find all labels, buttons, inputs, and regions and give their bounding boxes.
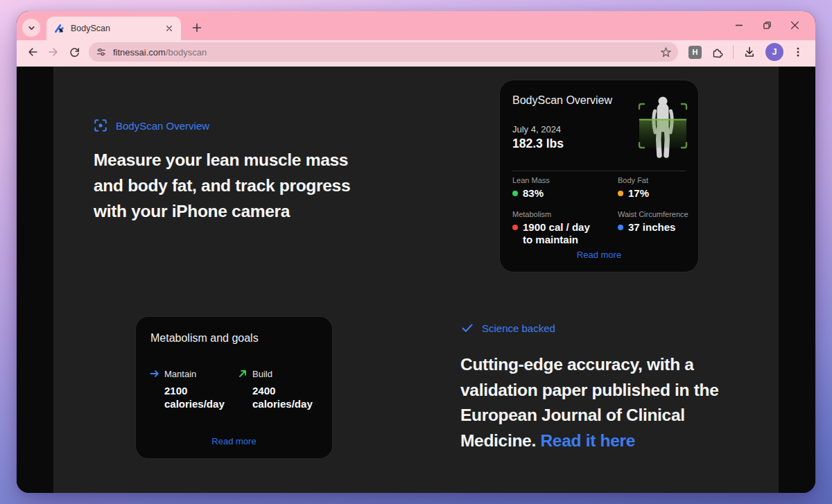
card-divider — [512, 171, 686, 171]
goal-value-unit: calories/day — [164, 397, 237, 410]
bookmark-star-button[interactable] — [660, 46, 672, 58]
puzzle-icon — [711, 46, 723, 58]
browser-toolbar: fitnessai.com/bodyscan H J — [17, 40, 815, 67]
tab-bodyscan[interactable]: BodyScan — [46, 17, 181, 40]
new-tab-button[interactable] — [188, 19, 206, 37]
stat-label: Metabolism — [512, 210, 618, 218]
download-icon — [743, 46, 756, 58]
reload-icon — [69, 46, 80, 58]
forward-button[interactable] — [43, 42, 64, 62]
stat-label: Body Fat — [618, 176, 691, 184]
extension-h-button[interactable]: H — [688, 46, 702, 59]
science-eyebrow-label: Science backed — [482, 322, 555, 334]
goal-head: Build — [237, 368, 313, 379]
scan-target-icon — [93, 118, 108, 133]
red-dot-icon — [512, 225, 518, 230]
tab-close-button[interactable] — [163, 22, 175, 35]
science-line: Cutting-edge accuracy, with a — [460, 352, 719, 378]
minimize-button[interactable] — [729, 16, 749, 34]
goal-build: Build 2400 calories/day — [237, 368, 313, 410]
stat-label: Waist Circumference — [618, 210, 691, 218]
science-line: validation paper published in the — [460, 378, 719, 403]
stat-value: 83% — [523, 187, 544, 199]
goal-value: 2100 calories/day — [164, 384, 237, 410]
back-arrow-icon — [26, 46, 39, 58]
hero-eyebrow-label: BodyScan Overview — [116, 120, 209, 132]
stat-value-row: 1900 cal / day — [512, 221, 618, 233]
goal-maintain: Mantain 2100 calories/day — [149, 368, 237, 410]
metabolism-card-title: Metabolism and goals — [150, 332, 259, 345]
hero-eyebrow: BodyScan Overview — [93, 118, 209, 133]
orange-dot-icon — [618, 191, 623, 196]
arrow-up-right-icon — [237, 368, 248, 379]
window-controls — [729, 16, 804, 34]
science-line: European Journal of Clinical — [460, 403, 719, 428]
site-settings-icon — [96, 46, 107, 58]
blue-dot-icon — [618, 225, 623, 230]
stat-value: 1900 cal / day — [523, 221, 590, 233]
desktop-background: BodyScan — [0, 0, 832, 504]
restore-button[interactable] — [757, 16, 777, 34]
overview-card: BodyScan Overview — [500, 80, 698, 272]
science-paragraph: Cutting-edge accuracy, with a validation… — [460, 352, 719, 453]
stats-grid: Lean Mass 83% Body Fat 17% — [512, 176, 691, 246]
goal-value-unit: calories/day — [252, 397, 313, 410]
goal-label: Mantain — [164, 369, 196, 379]
green-dot-icon — [512, 191, 518, 196]
back-button[interactable] — [22, 42, 43, 62]
stat-lean-mass: Lean Mass 83% — [512, 176, 618, 199]
metabolism-card: Metabolism and goals Mantain 2100 calori… — [136, 317, 332, 458]
stat-value: 37 inches — [628, 221, 675, 233]
body-scan-figure — [635, 94, 691, 161]
hero-heading-line: and body fat, and track progress — [94, 173, 350, 198]
browser-window: BodyScan — [17, 11, 815, 493]
goals-row: Mantain 2100 calories/day Build — [149, 368, 313, 410]
browser-menu-button[interactable] — [788, 42, 808, 62]
stat-metabolism: Metabolism 1900 cal / day to maintain — [512, 210, 618, 246]
bodyscan-section: BodyScan Overview Measure your lean musc… — [53, 67, 779, 493]
page-body: BodyScan Overview Measure your lean musc… — [17, 67, 815, 493]
stat-body-fat: Body Fat 17% — [618, 176, 691, 199]
reload-button[interactable] — [64, 42, 85, 62]
profile-avatar[interactable]: J — [765, 43, 783, 61]
forward-arrow-icon — [47, 46, 60, 58]
scan-date: July 4, 2024 — [512, 124, 561, 134]
goal-head: Mantain — [149, 368, 237, 379]
stat-value-row: 17% — [618, 187, 691, 199]
read-it-here-link[interactable]: Read it here — [540, 431, 635, 450]
checkmark-icon — [460, 321, 474, 335]
minimize-icon — [735, 21, 743, 29]
chevron-down-icon — [26, 23, 37, 33]
overview-card-title: BodyScan Overview — [512, 94, 612, 107]
url-domain: fitnessai.com — [113, 47, 166, 58]
extensions-button[interactable] — [707, 42, 727, 62]
goal-label: Build — [252, 369, 272, 379]
close-icon — [166, 25, 173, 32]
hero-heading-line: Measure your lean muscle mass — [94, 147, 350, 173]
url-path: /bodyscan — [166, 47, 207, 58]
address-bar[interactable]: fitnessai.com/bodyscan — [89, 42, 678, 62]
metabolism-read-more-link[interactable]: Read more — [136, 436, 332, 446]
hero-heading: Measure your lean muscle mass and body f… — [94, 147, 350, 224]
stat-waist: Waist Circumference 37 inches — [618, 210, 691, 246]
arrow-right-icon — [149, 368, 160, 379]
tab-search-button[interactable] — [22, 19, 40, 37]
goal-value-number: 2100 — [164, 384, 237, 397]
close-icon — [790, 21, 799, 30]
close-window-button[interactable] — [785, 16, 804, 34]
overview-read-more-link[interactable]: Read more — [500, 250, 698, 260]
tab-strip: BodyScan — [17, 11, 815, 40]
science-line-end: Medicine. — [460, 431, 536, 450]
stat-value-line2: to maintain — [523, 234, 618, 246]
stat-value-row: 37 inches — [618, 221, 691, 233]
kebab-menu-icon — [793, 46, 803, 58]
hero-heading-line: with your iPhone camera — [94, 198, 350, 224]
plus-icon — [192, 23, 202, 33]
toolbar-divider — [733, 45, 734, 59]
human-body-icon — [635, 94, 691, 161]
star-icon — [660, 46, 672, 58]
url-text: fitnessai.com/bodyscan — [113, 47, 660, 58]
goal-value: 2400 calories/day — [252, 384, 313, 410]
downloads-button[interactable] — [739, 42, 760, 62]
restore-icon — [763, 21, 772, 30]
